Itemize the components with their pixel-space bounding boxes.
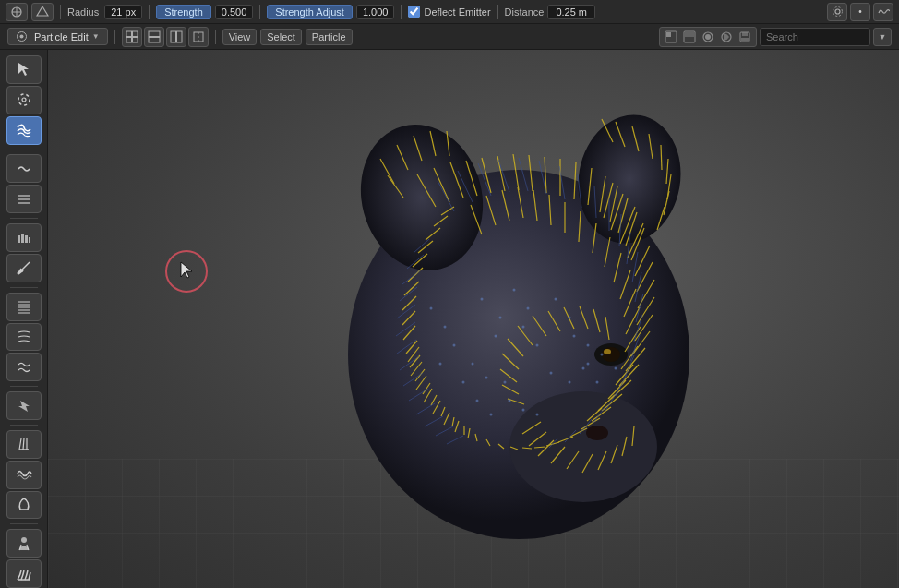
toolbar-right-group: •: [827, 3, 893, 21]
deflect-emitter-checkbox[interactable]: [408, 6, 420, 18]
viewport-shade-1[interactable]: [663, 29, 679, 45]
svg-point-238: [596, 381, 599, 384]
svg-point-239: [615, 367, 617, 370]
tool-length[interactable]: [6, 185, 42, 213]
view-layout-2[interactable]: [144, 27, 164, 47]
second-toolbar: Particle Edit ▼: [0, 24, 899, 50]
svg-rect-10: [126, 37, 132, 42]
viewport-shade-3[interactable]: [700, 29, 716, 45]
svg-point-233: [569, 317, 571, 319]
strength-adjust-button[interactable]: Strength Adjust: [267, 5, 353, 19]
svg-point-29: [18, 94, 30, 105]
search-dropdown[interactable]: ▼: [873, 28, 892, 46]
tool-person[interactable]: [6, 529, 42, 558]
svg-rect-37: [29, 237, 30, 243]
settings-icon[interactable]: [827, 3, 847, 21]
tool-weight2[interactable]: [6, 323, 42, 352]
svg-point-241: [587, 344, 590, 347]
strength-button[interactable]: Strength: [156, 5, 211, 19]
svg-point-229: [527, 307, 530, 310]
distance-value[interactable]: 0.25 m: [547, 5, 595, 19]
svg-point-60: [604, 349, 611, 354]
svg-marker-3: [37, 6, 48, 16]
viewport[interactable]: [48, 50, 899, 588]
dot-icon[interactable]: •: [850, 3, 870, 21]
wave-icon[interactable]: [873, 3, 893, 21]
deflect-emitter-checkbox-label[interactable]: Deflect Emitter: [408, 6, 490, 18]
svg-point-252: [504, 381, 507, 384]
svg-point-225: [481, 298, 484, 301]
svg-rect-15: [176, 31, 182, 42]
svg-rect-34: [18, 235, 20, 243]
svg-rect-27: [741, 38, 749, 41]
svg-line-46: [19, 438, 21, 450]
tool-smooth[interactable]: [6, 116, 42, 145]
svg-point-23: [705, 34, 711, 40]
svg-point-250: [472, 363, 474, 366]
tool-sep-3: [10, 287, 38, 288]
svg-point-230: [522, 326, 525, 329]
second-toolbar-right: ▼: [659, 27, 892, 47]
strength-adjust-value[interactable]: 1.000: [356, 5, 395, 19]
mode-dropdown[interactable]: Particle Edit ▼: [7, 28, 108, 45]
main-area: [0, 50, 899, 588]
viewport-shade-2[interactable]: [681, 29, 698, 45]
svg-rect-11: [132, 37, 138, 42]
tool-lines[interactable]: [6, 559, 42, 588]
tool-comb[interactable]: [6, 86, 42, 114]
svg-point-5: [833, 7, 842, 17]
svg-point-236: [569, 381, 571, 384]
left-toolbar: [0, 50, 48, 588]
mesh-icon[interactable]: [31, 3, 54, 21]
strength-value[interactable]: 0.500: [215, 5, 254, 19]
select-menu[interactable]: Select: [260, 29, 302, 45]
view-layout-3[interactable]: [166, 27, 186, 47]
view-menu[interactable]: View: [222, 29, 258, 45]
workspace-icon[interactable]: [6, 3, 28, 21]
header-icons: [659, 27, 757, 47]
svg-point-243: [453, 344, 456, 347]
sep-sec2: [215, 30, 216, 44]
view-layout-1[interactable]: [122, 27, 142, 47]
svg-rect-12: [149, 31, 160, 37]
svg-point-51: [21, 537, 27, 543]
svg-rect-35: [21, 234, 24, 243]
svg-point-61: [586, 426, 608, 440]
tool-puff[interactable]: [6, 223, 42, 252]
tool-snap[interactable]: [6, 391, 42, 420]
svg-rect-13: [149, 37, 160, 42]
save-icon[interactable]: [737, 29, 753, 45]
svg-point-251: [485, 377, 488, 379]
tool-weight1[interactable]: [6, 293, 42, 321]
tool-add[interactable]: [6, 154, 42, 183]
tool-weight3[interactable]: [6, 353, 42, 381]
svg-point-249: [490, 414, 493, 416]
search-input[interactable]: [760, 28, 870, 46]
tool-select[interactable]: [6, 55, 42, 84]
svg-rect-21: [685, 32, 694, 37]
radius-label: Radius: [67, 6, 99, 18]
particle-menu[interactable]: Particle: [306, 29, 353, 45]
svg-point-254: [522, 409, 525, 412]
tool-wave[interactable]: [6, 461, 42, 489]
svg-point-231: [536, 344, 539, 347]
svg-point-228: [513, 289, 516, 292]
animal-head-3d: [251, 96, 768, 567]
distance-label: Distance: [505, 6, 545, 18]
tool-sep-6: [10, 523, 38, 524]
radius-value[interactable]: 21 px: [104, 5, 142, 19]
svg-point-226: [499, 317, 502, 319]
svg-rect-9: [132, 31, 138, 37]
tool-comb2[interactable]: [6, 430, 42, 459]
svg-point-232: [555, 298, 557, 301]
mode-dropdown-arrow: ▼: [92, 32, 100, 41]
svg-rect-14: [171, 31, 176, 42]
view-layout-4[interactable]: [188, 27, 209, 47]
svg-point-247: [462, 381, 465, 384]
svg-point-7: [20, 35, 24, 39]
viewport-shade-4[interactable]: [718, 29, 735, 45]
tool-sep-5: [10, 425, 38, 426]
tool-cut[interactable]: [6, 254, 42, 282]
tool-twist[interactable]: [6, 491, 42, 520]
tool-sep-1: [10, 150, 38, 150]
